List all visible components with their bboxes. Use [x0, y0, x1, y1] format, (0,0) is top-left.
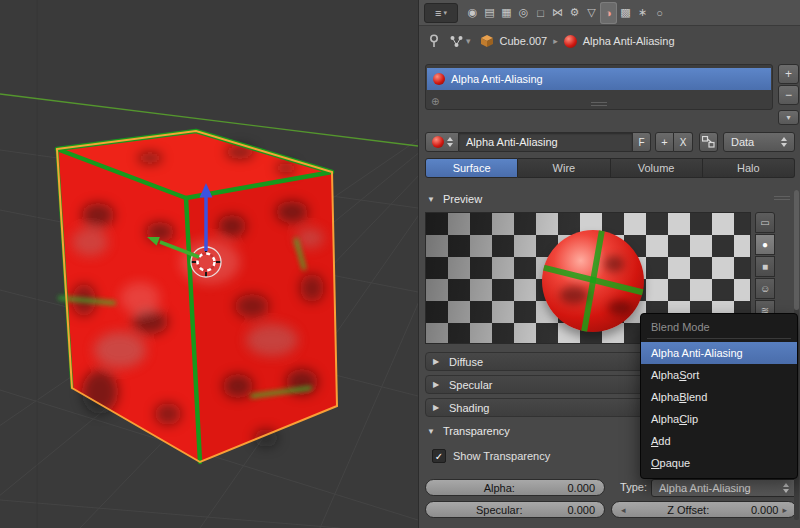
particles-icon: ∗	[638, 6, 647, 19]
decrement-arrow-icon[interactable]: ◂	[621, 505, 626, 515]
tab-object-data[interactable]: ▽	[583, 2, 600, 24]
list-resize-grip[interactable]	[591, 102, 607, 107]
slot-specials-button[interactable]: ▾	[778, 110, 799, 125]
tab-constraints[interactable]: ⋈	[549, 2, 566, 24]
preview-monkey-button[interactable]: ☺	[755, 278, 775, 299]
viewport-canvas[interactable]	[0, 0, 418, 528]
preview-sphere-render	[542, 230, 644, 332]
flat-plane-icon: ▭	[760, 217, 769, 228]
editor-type-selector[interactable]: ≡ ▾	[424, 3, 458, 23]
material-datablock-row: Alpha Anti-Aliasing F + X Data	[425, 132, 795, 152]
tab-texture[interactable]: ▩	[617, 2, 634, 24]
preview-flat-button[interactable]: ▭	[755, 212, 775, 233]
preview-cube-button[interactable]: ■	[755, 256, 775, 277]
new-material-button[interactable]: +	[655, 132, 674, 152]
menu-item-alpha-clip[interactable]: Alpha Clip	[641, 408, 797, 430]
wire-tab-label: Wire	[553, 162, 576, 174]
tab-render[interactable]: ◉	[464, 2, 481, 24]
volume-tab-label: Volume	[638, 162, 675, 174]
menu-item-text: paque	[660, 457, 691, 469]
material-slot-list[interactable]: Alpha Anti-Aliasing ⊕	[425, 64, 773, 110]
collapse-closed-icon: ▶	[433, 380, 443, 389]
zoffset-slider[interactable]: ◂ Z Offset: 0.000 ▸	[611, 501, 797, 518]
surface-tab-label: Surface	[453, 162, 491, 174]
show-transparency-checkbox[interactable]: ✓	[432, 449, 446, 463]
3d-viewport[interactable]	[0, 0, 418, 528]
material-link-dropdown[interactable]: Data	[723, 132, 795, 152]
list-expand-icon[interactable]: ⊕	[431, 96, 439, 107]
breadcrumb-object[interactable]: Cube.007	[500, 35, 548, 47]
menu-item-alpha-sort[interactable]: Alpha Sort	[641, 364, 797, 386]
pin-icon[interactable]	[428, 34, 440, 48]
material-type-tabs: Surface Wire Volume Halo	[425, 158, 795, 178]
nodes-icon	[702, 136, 715, 148]
tab-object[interactable]: □	[532, 2, 549, 24]
context-browse-button[interactable]: ▾	[446, 34, 474, 49]
chevron-down-icon: ▾	[443, 9, 447, 17]
monkey-icon: ☺	[760, 283, 770, 294]
menu-item-text: Alpha	[651, 413, 679, 425]
alpha-value: 0.000	[567, 482, 595, 494]
increment-arrow-icon[interactable]: ▸	[782, 505, 787, 515]
material-nodes-button[interactable]	[699, 132, 718, 152]
unlink-material-button[interactable]: X	[674, 132, 693, 152]
material-ball-icon	[564, 35, 577, 48]
material-slot-name: Alpha Anti-Aliasing	[451, 73, 543, 85]
preview-panel-header[interactable]: ▼ Preview	[427, 190, 792, 208]
render-layers-icon: ▤	[484, 6, 494, 19]
tab-world[interactable]: ◎	[515, 2, 532, 24]
surface-tab[interactable]: Surface	[425, 158, 518, 178]
world-icon: ◎	[519, 6, 529, 19]
tab-material[interactable]: ◑	[600, 2, 617, 24]
tab-modifiers[interactable]: ⚙	[566, 2, 583, 24]
updown-arrows-icon	[783, 483, 789, 493]
menu-item-key: A	[651, 435, 658, 447]
material-ball-icon	[433, 73, 445, 85]
preview-sphere-button[interactable]: ●	[755, 234, 775, 255]
blend-type-dropdown[interactable]: Alpha Anti-Aliasing	[651, 479, 797, 497]
menu-item-alpha-anti-aliasing[interactable]: Alpha Anti-Aliasing	[641, 342, 797, 364]
menu-item-text: Alpha	[651, 369, 679, 381]
menu-item-text: ort	[686, 369, 699, 381]
menu-item-key: C	[679, 413, 687, 425]
fake-user-button[interactable]: F	[633, 132, 651, 152]
close-icon: X	[680, 137, 687, 148]
panel-drag-grip[interactable]	[774, 196, 790, 201]
material-link-value: Data	[731, 136, 754, 148]
material-ball-icon	[432, 136, 444, 148]
breadcrumb-material[interactable]: Alpha Anti-Aliasing	[583, 35, 675, 47]
scene-icon: ▦	[501, 6, 511, 19]
volume-tab[interactable]: Volume	[611, 158, 703, 178]
specular-panel-title: Specular	[449, 379, 492, 391]
wire-tab[interactable]: Wire	[518, 158, 610, 178]
collapse-closed-icon: ▶	[433, 357, 443, 366]
menu-item-opaque[interactable]: Opaque	[641, 452, 797, 474]
sphere-texture-spot	[560, 286, 588, 304]
scrollbar-thumb[interactable]	[794, 190, 799, 310]
browse-material-button[interactable]	[425, 132, 459, 152]
halo-tab-label: Halo	[737, 162, 760, 174]
menu-item-key: S	[679, 369, 686, 381]
material-name-field[interactable]: Alpha Anti-Aliasing	[459, 132, 633, 152]
check-icon: ✓	[435, 451, 443, 462]
add-material-slot-button[interactable]: +	[778, 64, 799, 84]
show-transparency-label: Show Transparency	[453, 450, 550, 462]
tab-physics[interactable]: ○	[651, 2, 668, 24]
specular-slider[interactable]: Specular: 0.000	[425, 501, 605, 518]
properties-editor-icon: ≡	[435, 7, 441, 19]
properties-header: ≡ ▾ ◉ ▤ ▦ ◎ □ ⋈ ⚙ ▽ ◑ ▩ ∗ ○	[419, 0, 800, 26]
halo-tab[interactable]: Halo	[703, 158, 795, 178]
tab-particles[interactable]: ∗	[634, 2, 651, 24]
menu-item-alpha-blend[interactable]: Alpha Blend	[641, 386, 797, 408]
material-name-value: Alpha Anti-Aliasing	[466, 136, 558, 148]
diffuse-panel-title: Diffuse	[449, 356, 483, 368]
cube-object[interactable]	[57, 131, 337, 462]
alpha-slider[interactable]: Alpha: 0.000	[425, 479, 605, 496]
tab-render-layers[interactable]: ▤	[481, 2, 498, 24]
remove-material-slot-button[interactable]: −	[778, 85, 799, 105]
menu-item-text: dd	[658, 435, 670, 447]
material-slot-active[interactable]: Alpha Anti-Aliasing	[427, 68, 771, 90]
menu-item-add[interactable]: Add	[641, 430, 797, 452]
object-data-icon: ▽	[587, 6, 595, 19]
tab-scene[interactable]: ▦	[498, 2, 515, 24]
